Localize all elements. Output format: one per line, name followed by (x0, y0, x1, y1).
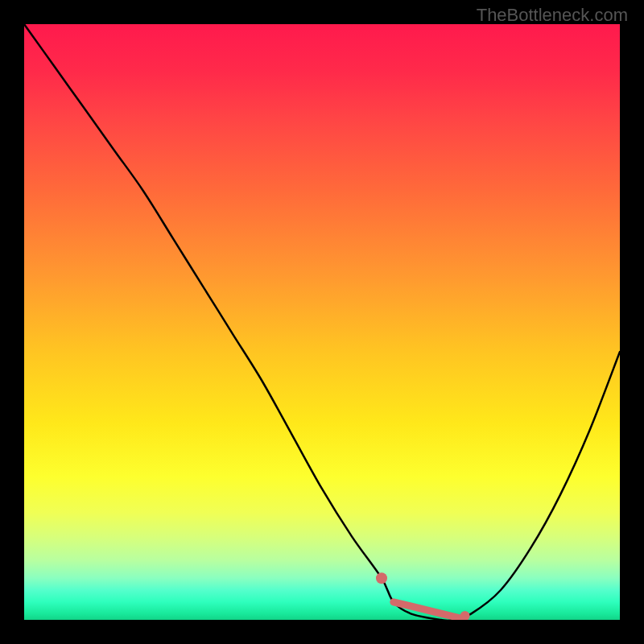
svg-point-1 (376, 572, 387, 584)
watermark-text: TheBottleneck.com (477, 5, 628, 26)
plot-area (24, 24, 620, 620)
svg-point-2 (460, 611, 470, 620)
curve-svg (24, 24, 620, 620)
bottleneck-curve (24, 24, 620, 620)
